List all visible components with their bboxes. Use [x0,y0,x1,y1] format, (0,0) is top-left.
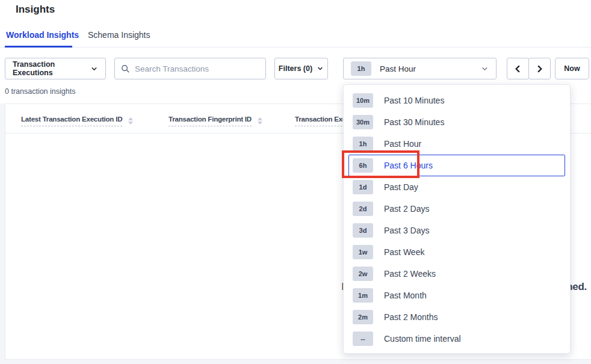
time-option-past-2-months[interactable]: 2m Past 2 Months [344,306,570,328]
time-option-past-2-days[interactable]: 2d Past 2 Days [344,198,570,220]
time-interval-badge: 1h [351,61,371,76]
tab-workload-insights[interactable]: Workload Insights [6,30,79,40]
now-button-label: Now [564,64,580,73]
time-option-past-3-days[interactable]: 3d Past 3 Days [344,220,570,241]
time-prev-button[interactable] [507,58,529,79]
chevron-right-icon [535,64,544,73]
time-option-past-2-weeks[interactable]: 2w Past 2 Weeks [344,263,570,285]
chevron-left-icon [513,64,522,73]
tabbar-divider [0,47,591,48]
time-interval-select[interactable]: 1h Past Hour [343,58,497,79]
time-interval-label: Past Hour [380,64,416,73]
time-next-button[interactable] [528,58,551,79]
sort-icon[interactable] [258,116,262,125]
search-input[interactable] [135,64,259,73]
column-header-latest-txn-execution-id[interactable]: Latest Transaction Execution ID [21,116,133,126]
now-button[interactable]: Now [555,58,589,79]
search-box[interactable] [114,58,266,79]
time-option-past-30-minutes[interactable]: 30m Past 30 Minutes [344,111,570,133]
tab-schema-insights[interactable]: Schema Insights [88,30,150,40]
insights-count-text: 0 transaction insights [5,87,75,96]
chevron-down-icon [317,65,324,72]
chevron-down-icon [90,65,98,73]
time-option-past-hour[interactable]: 1h Past Hour [344,133,570,155]
filters-button[interactable]: Filters (0) [274,58,328,79]
insight-type-select[interactable]: Transaction Executions [5,58,106,79]
time-option-custom-interval[interactable]: -- Custom time interval [344,328,570,350]
filters-button-label: Filters (0) [279,64,312,73]
time-option-past-week[interactable]: 1w Past Week [344,241,570,263]
sort-icon[interactable] [128,116,133,125]
search-icon [121,64,130,73]
insights-page: Insights Workload Insights Schema Insigh… [0,0,591,364]
column-header-txn-fingerprint-id[interactable]: Transaction Fingerprint ID [169,116,262,126]
page-title: Insights [16,4,55,16]
active-tab-underline [5,46,72,48]
time-option-past-10-minutes[interactable]: 10m Past 10 Minutes [344,90,570,111]
time-interval-dropdown: 10m Past 10 Minutes 30m Past 30 Minutes … [343,84,571,354]
time-option-past-6-hours[interactable]: 6h Past 6 Hours [348,155,565,176]
time-option-past-month[interactable]: 1m Past Month [344,285,570,306]
insight-type-select-label: Transaction Executions [13,60,90,77]
chevron-down-icon [481,65,489,73]
time-option-past-day[interactable]: 1d Past Day [344,176,570,198]
